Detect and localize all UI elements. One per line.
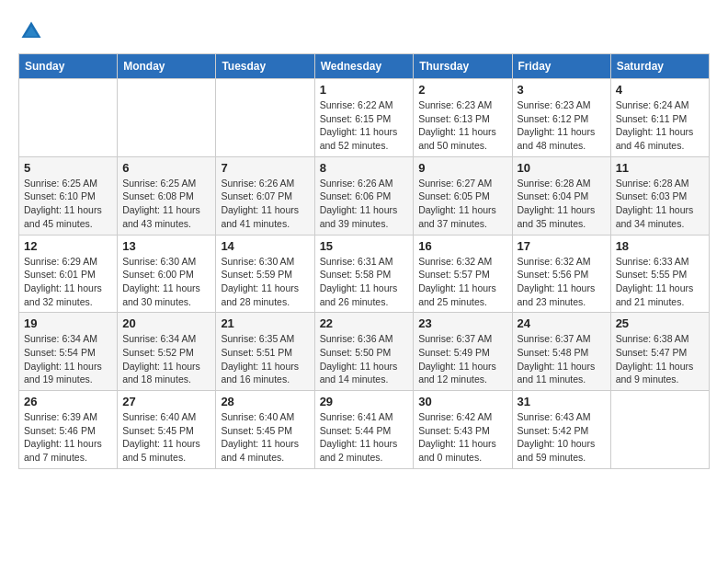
day-number: 6 (122, 161, 210, 175)
calendar-cell: 6Sunrise: 6:25 AMSunset: 6:08 PMDaylight… (118, 156, 216, 235)
day-info: Sunrise: 6:30 AMSunset: 5:59 PMDaylight:… (221, 255, 309, 309)
calendar-cell: 16Sunrise: 6:32 AMSunset: 5:57 PMDayligh… (414, 235, 512, 313)
day-info: Sunrise: 6:38 AMSunset: 5:47 PMDaylight:… (616, 332, 704, 386)
day-info: Sunrise: 6:33 AMSunset: 5:55 PMDaylight:… (616, 255, 704, 309)
calendar-header-row: SundayMondayTuesdayWednesdayThursdayFrid… (19, 54, 710, 79)
day-number: 29 (320, 395, 409, 408)
weekday-header-thursday: Thursday (414, 54, 512, 79)
day-number: 20 (122, 316, 210, 330)
calendar-cell: 4Sunrise: 6:24 AMSunset: 6:11 PMDaylight… (610, 79, 709, 157)
calendar-cell: 20Sunrise: 6:34 AMSunset: 5:52 PMDayligh… (118, 313, 216, 391)
page-header (18, 18, 710, 44)
day-info: Sunrise: 6:37 AMSunset: 5:49 PMDaylight:… (418, 332, 506, 386)
day-info: Sunrise: 6:40 AMSunset: 5:45 PMDaylight:… (122, 410, 210, 465)
day-number: 24 (518, 316, 606, 330)
day-number: 25 (616, 316, 704, 330)
day-info: Sunrise: 6:26 AMSunset: 6:06 PMDaylight:… (320, 177, 409, 231)
day-number: 23 (418, 316, 506, 330)
day-info: Sunrise: 6:22 AMSunset: 6:15 PMDaylight:… (320, 98, 409, 153)
weekday-header-wednesday: Wednesday (314, 54, 414, 79)
calendar-cell: 17Sunrise: 6:32 AMSunset: 5:56 PMDayligh… (512, 235, 610, 313)
weekday-header-tuesday: Tuesday (216, 54, 314, 79)
calendar-cell: 22Sunrise: 6:36 AMSunset: 5:50 PMDayligh… (314, 313, 414, 391)
calendar-cell: 29Sunrise: 6:41 AMSunset: 5:44 PMDayligh… (314, 391, 414, 469)
day-info: Sunrise: 6:35 AMSunset: 5:51 PMDaylight:… (221, 332, 309, 386)
day-info: Sunrise: 6:23 AMSunset: 6:13 PMDaylight:… (418, 98, 506, 153)
day-number: 22 (320, 316, 409, 330)
calendar-week-row: 12Sunrise: 6:29 AMSunset: 6:01 PMDayligh… (19, 235, 710, 313)
calendar-cell: 12Sunrise: 6:29 AMSunset: 6:01 PMDayligh… (19, 235, 118, 313)
calendar-cell: 2Sunrise: 6:23 AMSunset: 6:13 PMDaylight… (414, 79, 512, 157)
calendar-table: SundayMondayTuesdayWednesdayThursdayFrid… (18, 53, 710, 469)
day-info: Sunrise: 6:31 AMSunset: 5:58 PMDaylight:… (320, 255, 409, 309)
day-info: Sunrise: 6:25 AMSunset: 6:10 PMDaylight:… (24, 177, 112, 231)
day-info: Sunrise: 6:24 AMSunset: 6:11 PMDaylight:… (616, 98, 704, 153)
calendar-cell: 18Sunrise: 6:33 AMSunset: 5:55 PMDayligh… (610, 235, 709, 313)
calendar-week-row: 1Sunrise: 6:22 AMSunset: 6:15 PMDaylight… (19, 79, 710, 157)
day-number: 10 (518, 161, 606, 175)
day-number: 3 (518, 83, 606, 97)
day-number: 30 (418, 395, 506, 408)
day-info: Sunrise: 6:34 AMSunset: 5:52 PMDaylight:… (122, 332, 210, 386)
calendar-cell: 25Sunrise: 6:38 AMSunset: 5:47 PMDayligh… (610, 313, 709, 391)
day-number: 7 (221, 161, 309, 175)
calendar-cell: 19Sunrise: 6:34 AMSunset: 5:54 PMDayligh… (19, 313, 118, 391)
calendar-cell: 13Sunrise: 6:30 AMSunset: 6:00 PMDayligh… (118, 235, 216, 313)
calendar-cell: 5Sunrise: 6:25 AMSunset: 6:10 PMDaylight… (19, 156, 118, 235)
day-info: Sunrise: 6:39 AMSunset: 5:46 PMDaylight:… (24, 410, 112, 465)
calendar-cell: 21Sunrise: 6:35 AMSunset: 5:51 PMDayligh… (216, 313, 314, 391)
calendar-cell (118, 79, 216, 157)
calendar-cell: 28Sunrise: 6:40 AMSunset: 5:45 PMDayligh… (216, 391, 314, 469)
day-number: 18 (616, 239, 704, 253)
day-number: 11 (616, 161, 704, 175)
weekday-header-sunday: Sunday (19, 54, 118, 79)
day-info: Sunrise: 6:41 AMSunset: 5:44 PMDaylight:… (320, 410, 409, 465)
day-number: 8 (320, 161, 409, 175)
day-number: 9 (418, 161, 506, 175)
calendar-cell (610, 391, 709, 469)
day-number: 4 (616, 83, 704, 97)
day-number: 5 (24, 161, 112, 175)
calendar-cell: 15Sunrise: 6:31 AMSunset: 5:58 PMDayligh… (314, 235, 414, 313)
day-info: Sunrise: 6:25 AMSunset: 6:08 PMDaylight:… (122, 177, 210, 231)
logo (18, 18, 46, 44)
day-info: Sunrise: 6:26 AMSunset: 6:07 PMDaylight:… (221, 177, 309, 231)
calendar-cell: 7Sunrise: 6:26 AMSunset: 6:07 PMDaylight… (216, 156, 314, 235)
day-number: 31 (518, 395, 606, 408)
day-number: 28 (221, 395, 309, 408)
calendar-cell: 10Sunrise: 6:28 AMSunset: 6:04 PMDayligh… (512, 156, 610, 235)
calendar-cell: 3Sunrise: 6:23 AMSunset: 6:12 PMDaylight… (512, 79, 610, 157)
day-number: 14 (221, 239, 309, 253)
day-info: Sunrise: 6:43 AMSunset: 5:42 PMDaylight:… (518, 410, 606, 465)
calendar-cell: 8Sunrise: 6:26 AMSunset: 6:06 PMDaylight… (314, 156, 414, 235)
day-number: 12 (24, 239, 112, 253)
calendar-cell: 1Sunrise: 6:22 AMSunset: 6:15 PMDaylight… (314, 79, 414, 157)
calendar-cell: 26Sunrise: 6:39 AMSunset: 5:46 PMDayligh… (19, 391, 118, 469)
day-info: Sunrise: 6:32 AMSunset: 5:57 PMDaylight:… (418, 255, 506, 309)
day-number: 13 (122, 239, 210, 253)
calendar-week-row: 26Sunrise: 6:39 AMSunset: 5:46 PMDayligh… (19, 391, 710, 469)
logo-icon (18, 18, 44, 44)
day-number: 19 (24, 316, 112, 330)
calendar-cell: 30Sunrise: 6:42 AMSunset: 5:43 PMDayligh… (414, 391, 512, 469)
day-info: Sunrise: 6:32 AMSunset: 5:56 PMDaylight:… (518, 255, 606, 309)
calendar-week-row: 5Sunrise: 6:25 AMSunset: 6:10 PMDaylight… (19, 156, 710, 235)
day-info: Sunrise: 6:37 AMSunset: 5:48 PMDaylight:… (518, 332, 606, 386)
calendar-cell: 14Sunrise: 6:30 AMSunset: 5:59 PMDayligh… (216, 235, 314, 313)
calendar-cell: 27Sunrise: 6:40 AMSunset: 5:45 PMDayligh… (118, 391, 216, 469)
calendar-week-row: 19Sunrise: 6:34 AMSunset: 5:54 PMDayligh… (19, 313, 710, 391)
day-number: 26 (24, 395, 112, 408)
weekday-header-friday: Friday (512, 54, 610, 79)
day-info: Sunrise: 6:28 AMSunset: 6:03 PMDaylight:… (616, 177, 704, 231)
day-number: 21 (221, 316, 309, 330)
calendar-cell: 31Sunrise: 6:43 AMSunset: 5:42 PMDayligh… (512, 391, 610, 469)
day-number: 27 (122, 395, 210, 408)
weekday-header-monday: Monday (118, 54, 216, 79)
weekday-header-saturday: Saturday (610, 54, 709, 79)
day-info: Sunrise: 6:36 AMSunset: 5:50 PMDaylight:… (320, 332, 409, 386)
day-info: Sunrise: 6:42 AMSunset: 5:43 PMDaylight:… (418, 410, 506, 465)
calendar-cell (19, 79, 118, 157)
day-info: Sunrise: 6:30 AMSunset: 6:00 PMDaylight:… (122, 255, 210, 309)
day-info: Sunrise: 6:34 AMSunset: 5:54 PMDaylight:… (24, 332, 112, 386)
calendar-cell: 9Sunrise: 6:27 AMSunset: 6:05 PMDaylight… (414, 156, 512, 235)
